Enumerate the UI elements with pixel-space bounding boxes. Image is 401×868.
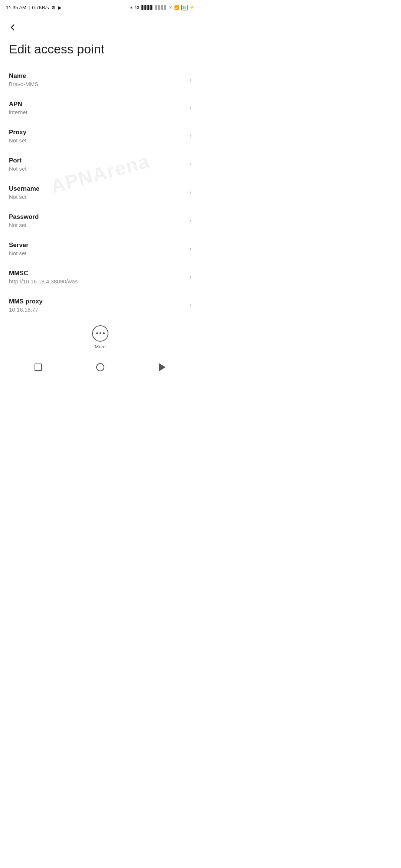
bluetooth-icon: ∗ <box>130 5 133 10</box>
settings-item-text-3: Port Not set <box>9 157 186 172</box>
settings-value-8: 10.16.18.77 <box>9 306 186 313</box>
chevron-right-icon: › <box>189 217 192 224</box>
settings-value-0: Bravo-MMS <box>9 81 186 87</box>
chevron-right-icon: › <box>189 160 192 168</box>
signal-4g-icon: 4G <box>135 6 140 10</box>
recents-icon <box>35 364 42 371</box>
settings-item-text-2: Proxy Not set <box>9 129 186 144</box>
nav-recents-button[interactable] <box>29 358 47 376</box>
signal-x-icon: ✕ <box>169 5 172 10</box>
more-button[interactable]: More <box>0 319 200 355</box>
back-button[interactable] <box>0 15 200 38</box>
home-icon <box>96 363 104 371</box>
more-dots-icon <box>92 325 108 342</box>
settings-item-text-6: Server Not set <box>9 241 186 256</box>
status-left: 11:35 AM | 0.7KB/s ⚙ ▶ <box>6 5 62 10</box>
chevron-right-icon: › <box>189 188 192 196</box>
settings-value-2: Not set <box>9 137 186 144</box>
chevron-right-icon: › <box>189 76 192 83</box>
settings-item[interactable]: Server Not set › <box>0 235 200 263</box>
status-bar: 11:35 AM | 0.7KB/s ⚙ ▶ ∗ 4G ▋▋▋▋ ▋▋▋▋ ✕ … <box>0 0 200 15</box>
settings-label-4: Username <box>9 185 186 193</box>
settings-value-6: Not set <box>9 250 186 256</box>
settings-label-8: MMS proxy <box>9 298 186 305</box>
settings-item[interactable]: Name Bravo-MMS › <box>0 66 200 94</box>
settings-item-text-7: MMSC http://10.16.18.4:38090/was <box>9 270 186 285</box>
settings-value-4: Not set <box>9 194 186 200</box>
settings-item[interactable]: APN internet › <box>0 94 200 122</box>
battery-icon: 38 <box>181 5 188 10</box>
settings-item-text-0: Name Bravo-MMS <box>9 72 186 87</box>
settings-value-1: internet <box>9 109 186 115</box>
signal-bars2-icon: ▋▋▋▋ <box>155 5 167 10</box>
chevron-right-icon: › <box>189 273 192 281</box>
settings-item[interactable]: MMS proxy 10.16.18.77 › <box>0 291 200 319</box>
status-speed: 0.7KB/s <box>32 5 49 10</box>
page-title: Edit access point <box>0 38 200 66</box>
more-label: More <box>95 344 106 349</box>
settings-item-text-1: APN internet <box>9 101 186 115</box>
settings-icon: ⚙ <box>51 5 56 10</box>
chevron-right-icon: › <box>189 301 192 309</box>
chevron-right-icon: › <box>189 245 192 253</box>
settings-item[interactable]: MMSC http://10.16.18.4:38090/was › <box>0 263 200 291</box>
status-separator: | <box>29 5 30 10</box>
nav-home-button[interactable] <box>91 358 109 376</box>
settings-label-3: Port <box>9 157 186 164</box>
signal-bars-icon: ▋▋▋▋ <box>141 5 153 10</box>
settings-item-text-8: MMS proxy 10.16.18.77 <box>9 298 186 313</box>
video-icon: ▶ <box>58 5 62 10</box>
settings-label-0: Name <box>9 72 186 80</box>
settings-item[interactable]: Proxy Not set › <box>0 122 200 150</box>
nav-bar <box>0 357 200 378</box>
wifi-icon: 📶 <box>174 5 179 10</box>
status-time: 11:35 AM <box>6 5 26 10</box>
settings-value-5: Not set <box>9 222 186 228</box>
settings-label-6: Server <box>9 241 186 249</box>
settings-label-1: APN <box>9 101 186 108</box>
settings-label-7: MMSC <box>9 270 186 277</box>
settings-item[interactable]: Password Not set › <box>0 207 200 235</box>
settings-value-7: http://10.16.18.4:38090/was <box>9 278 186 285</box>
settings-value-3: Not set <box>9 165 186 172</box>
settings-item[interactable]: Port Not set › <box>0 150 200 178</box>
chevron-right-icon: › <box>189 132 192 140</box>
status-right: ∗ 4G ▋▋▋▋ ▋▋▋▋ ✕ 📶 38 ⚡ <box>130 5 195 10</box>
back-icon <box>159 363 166 371</box>
settings-item-text-5: Password Not set <box>9 213 186 228</box>
chevron-right-icon: › <box>189 104 192 112</box>
settings-label-2: Proxy <box>9 129 186 136</box>
charging-icon: ⚡ <box>189 5 195 10</box>
settings-item-text-4: Username Not set <box>9 185 186 200</box>
settings-label-5: Password <box>9 213 186 221</box>
settings-list: Name Bravo-MMS › APN internet › Proxy No… <box>0 66 200 319</box>
settings-item[interactable]: Username Not set › <box>0 178 200 207</box>
nav-back-button[interactable] <box>153 358 171 376</box>
